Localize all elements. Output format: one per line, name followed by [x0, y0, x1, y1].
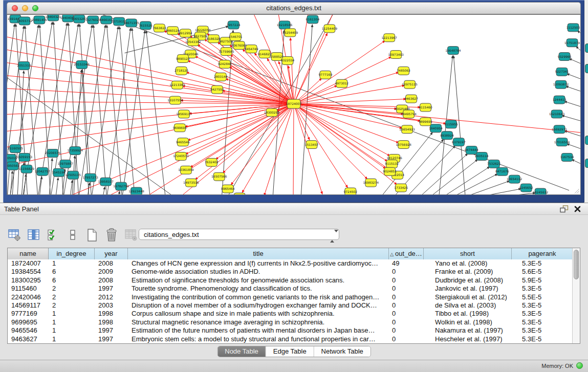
black-edge[interactable] [24, 174, 26, 194]
tab-node-table[interactable]: Node Table [217, 346, 266, 357]
table-row[interactable]: 1938455462009Genome-wide association stu… [8, 268, 580, 276]
column-header-year[interactable]: year [95, 248, 128, 259]
table-cell: 19384554 [8, 268, 49, 276]
black-edge[interactable] [68, 23, 78, 194]
black-edge[interactable] [569, 58, 580, 64]
red-edge[interactable] [242, 104, 294, 192]
black-edge[interactable] [562, 116, 580, 122]
node-label: 16648784 [445, 49, 461, 52]
new-table-icon[interactable] [85, 228, 99, 242]
close-panel-icon[interactable] [574, 205, 581, 213]
column-header-name[interactable]: name [8, 248, 49, 259]
select-columns-icon[interactable] [46, 228, 60, 242]
modify-table-icon[interactable] [7, 228, 21, 242]
column-header-in-degree[interactable]: in_degree [49, 248, 95, 259]
table-cell: 1997 [95, 285, 128, 293]
network-view-window: citations_edges.txt 15914486140557122089… [3, 0, 584, 203]
network-canvas[interactable]: 1591448614055712208914061846432119404053… [7, 14, 581, 195]
table-cell: Tourette syndrome. Phenomenology and cla… [128, 285, 389, 293]
red-edge[interactable] [294, 99, 406, 104]
red-edge[interactable] [7, 104, 294, 167]
black-edge[interactable] [566, 86, 580, 92]
memory-ok-indicator-icon[interactable] [576, 362, 583, 369]
red-edge[interactable] [223, 104, 294, 173]
import-table-icon[interactable] [124, 228, 138, 242]
table-cell: 2 [49, 285, 95, 293]
table-row[interactable]: 977716911998Corpus callosum shape and si… [8, 310, 580, 318]
column-header-title[interactable]: title [128, 248, 389, 259]
table-scrollbar-thumb[interactable] [574, 250, 579, 279]
black-edge[interactable] [103, 187, 105, 194]
black-edge[interactable] [567, 144, 580, 150]
column-header-short[interactable]: short [424, 248, 512, 259]
node-label: 14973516 [183, 181, 199, 184]
table-cell: Structural magnetic resonance image aver… [128, 318, 389, 326]
red-edge[interactable] [294, 72, 399, 104]
table-cell: 0 [389, 268, 424, 276]
node-label: 15059153 [17, 155, 33, 159]
black-edge[interactable] [564, 101, 580, 107]
red-edge[interactable] [231, 104, 294, 185]
black-edge[interactable] [49, 158, 52, 194]
table-row[interactable]: 946554611997Estimation of the future num… [8, 326, 580, 335]
float-panel-icon[interactable] [560, 205, 569, 213]
red-edge[interactable] [294, 85, 405, 104]
red-edge[interactable] [294, 104, 387, 161]
black-edge[interactable] [567, 74, 580, 80]
table-row[interactable]: 1456911722003Disruption of a novel membe… [8, 301, 580, 310]
node-label: 18464321 [46, 15, 61, 18]
table-row[interactable]: 2242004622012Investigating the contribut… [8, 293, 580, 301]
black-edge[interactable] [79, 24, 91, 194]
red-edge[interactable] [264, 104, 294, 194]
black-edge[interactable] [429, 160, 478, 194]
table-body: 1872400712008Changes of HCN gene express… [8, 259, 580, 343]
table-cell: Genome-wide association studies in ADHD. [128, 268, 389, 276]
table-row[interactable]: 946362711997Embryonic stem cells: a mode… [8, 335, 580, 343]
column-header-pagerank[interactable]: pagerank [512, 248, 573, 259]
red-edge[interactable] [195, 104, 294, 180]
black-edge[interactable] [572, 160, 580, 165]
node-label: 16210643 [549, 112, 565, 116]
red-edge[interactable] [294, 104, 347, 188]
red-edge[interactable] [7, 104, 294, 148]
table-scrollbar[interactable] [572, 248, 580, 343]
tab-network-table[interactable]: Network Table [314, 346, 371, 357]
table-row[interactable]: 911546021997Tourette syndrome. Phenomeno… [8, 285, 580, 293]
red-edge[interactable] [188, 60, 294, 104]
column-header-out-de-[interactable]: △out_de… [389, 248, 424, 259]
black-edge[interactable] [576, 46, 580, 53]
black-edge[interactable] [63, 25, 92, 194]
black-edge[interactable] [118, 191, 120, 194]
table-source-dropdown[interactable]: citations_edges.txt [139, 229, 339, 240]
red-edge[interactable] [293, 104, 294, 194]
black-edge[interactable] [146, 31, 166, 194]
show-column-icon[interactable] [27, 228, 40, 242]
network-graph: 1591448614055712208914061846432119404053… [7, 15, 580, 194]
node-label: 9827509 [193, 34, 207, 38]
table-row[interactable]: 969969511998Structural magnetic resonanc… [8, 318, 580, 326]
rows-icon[interactable] [66, 228, 79, 242]
resize-grip-icon[interactable] [573, 187, 580, 194]
window-titlebar[interactable]: citations_edges.txt [7, 2, 581, 14]
black-edge[interactable] [93, 25, 106, 194]
table-cell: Disruption of a novel member of a sodium… [128, 301, 389, 310]
yellow-node[interactable] [234, 193, 245, 194]
red-edge[interactable] [294, 104, 399, 143]
red-edge[interactable] [294, 104, 322, 194]
memory-status-label: Memory: OK [541, 363, 573, 369]
red-edge[interactable] [294, 15, 309, 104]
table-row[interactable]: 1830029562008Estimation of significance … [8, 276, 580, 285]
node-label: 13958107 [98, 180, 114, 183]
tab-edge-table[interactable]: Edge Table [266, 346, 314, 357]
table-cell: Dudbridge et al. (2008) [424, 276, 512, 285]
black-edge[interactable] [70, 180, 73, 194]
black-edge[interactable] [56, 178, 58, 194]
black-edge[interactable] [79, 25, 105, 194]
table-row[interactable]: 1872400712008Changes of HCN gene express… [8, 259, 580, 268]
delete-table-icon[interactable] [104, 228, 118, 242]
red-edge[interactable] [7, 49, 294, 104]
node-label: 18120746 [386, 156, 402, 160]
red-edge[interactable] [226, 79, 294, 104]
red-edge[interactable] [294, 104, 386, 169]
red-edge[interactable] [294, 33, 328, 104]
